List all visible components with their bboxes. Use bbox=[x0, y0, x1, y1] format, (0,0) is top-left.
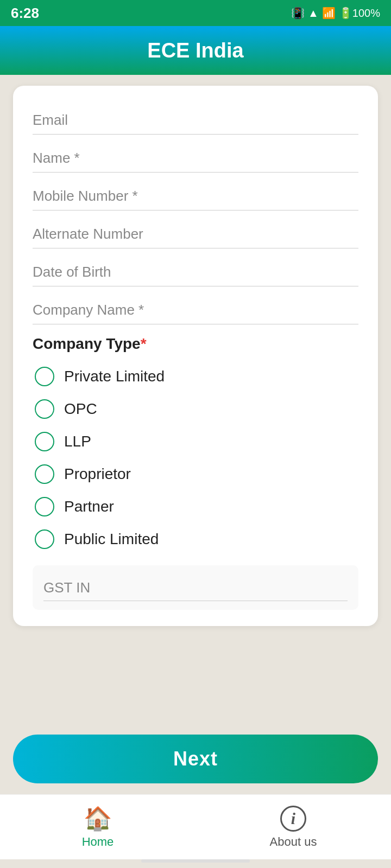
mobile-group bbox=[33, 178, 358, 210]
status-icons: 📳 ▲ 📶 🔋100% bbox=[291, 7, 380, 20]
radio-label-llp: LLP bbox=[64, 433, 91, 450]
vibrate-icon: 📳 bbox=[291, 7, 305, 20]
signal-icon: 📶 bbox=[322, 7, 336, 20]
email-group bbox=[33, 102, 358, 135]
radio-label-public-limited: Public Limited bbox=[64, 531, 159, 548]
status-bar: 6:28 📳 ▲ 📶 🔋100% bbox=[0, 0, 391, 26]
home-label: Home bbox=[82, 835, 114, 849]
bottom-nav: 🏠 Home i About us bbox=[0, 794, 391, 859]
radio-circle-proprietor bbox=[35, 464, 54, 484]
radio-proprietor[interactable]: Proprietor bbox=[33, 459, 358, 489]
radio-label-private-limited: Private Limited bbox=[64, 368, 165, 385]
company-type-radio-group: Private Limited OPC LLP Proprietor Partn… bbox=[33, 361, 358, 554]
company-type-label: Company Type* bbox=[33, 335, 358, 353]
nav-about[interactable]: i About us bbox=[250, 806, 337, 849]
home-icon: 🏠 bbox=[84, 805, 112, 832]
wifi-icon: ▲ bbox=[308, 7, 319, 20]
form-card: Company Type* Private Limited OPC LLP Pr… bbox=[13, 86, 378, 626]
next-button-container: Next bbox=[0, 724, 391, 794]
radio-partner[interactable]: Partner bbox=[33, 492, 358, 522]
main-content: Company Type* Private Limited OPC LLP Pr… bbox=[0, 75, 391, 724]
alternate-field[interactable] bbox=[33, 216, 358, 248]
radio-label-partner: Partner bbox=[64, 498, 114, 515]
email-field[interactable] bbox=[33, 102, 358, 135]
app-title: ECE India bbox=[147, 39, 243, 62]
radio-circle-opc bbox=[35, 399, 54, 419]
name-group bbox=[33, 140, 358, 173]
battery-icon: 🔋100% bbox=[339, 7, 380, 20]
radio-opc[interactable]: OPC bbox=[33, 394, 358, 424]
radio-circle-partner bbox=[35, 497, 54, 516]
radio-circle-public-limited bbox=[35, 529, 54, 549]
radio-llp[interactable]: LLP bbox=[33, 426, 358, 457]
gst-section bbox=[33, 565, 358, 610]
dob-field[interactable] bbox=[33, 254, 358, 286]
bottom-indicator bbox=[141, 859, 250, 863]
info-icon: i bbox=[280, 806, 306, 832]
about-label: About us bbox=[270, 835, 317, 849]
mobile-field[interactable] bbox=[33, 178, 358, 210]
company-name-field[interactable] bbox=[33, 292, 358, 324]
next-button[interactable]: Next bbox=[13, 735, 378, 783]
name-field[interactable] bbox=[33, 140, 358, 173]
radio-label-proprietor: Proprietor bbox=[64, 465, 131, 483]
company-name-group bbox=[33, 292, 358, 324]
app-header: ECE India bbox=[0, 26, 391, 75]
nav-home[interactable]: 🏠 Home bbox=[54, 805, 141, 849]
alternate-group bbox=[33, 216, 358, 248]
status-time: 6:28 bbox=[11, 5, 39, 22]
radio-circle-llp bbox=[35, 432, 54, 451]
gst-field[interactable] bbox=[43, 574, 348, 601]
dob-group bbox=[33, 254, 358, 286]
radio-public-limited[interactable]: Public Limited bbox=[33, 524, 358, 554]
radio-circle-private-limited bbox=[35, 367, 54, 386]
radio-private-limited[interactable]: Private Limited bbox=[33, 361, 358, 392]
radio-label-opc: OPC bbox=[64, 400, 97, 418]
